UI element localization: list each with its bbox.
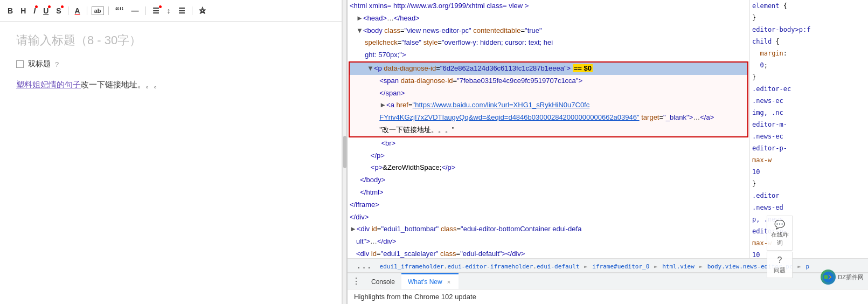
styles-rule: .editor-ec [752, 85, 866, 93]
dz-badge: DZ插件网 [821, 270, 864, 285]
editor-body: 请输入标题（8 - 30字） 双标题 ? 塑料姐妃情的句子改一下链接地址。。。 [0, 22, 342, 304]
subtitle-label: 双标题 [28, 59, 51, 69]
styles-rule: .news-ec [752, 97, 866, 105]
content-link[interactable]: 塑料姐妃情的句子 [16, 80, 81, 89]
toolbar-sep-1 [68, 6, 68, 15]
styles-rule: } [752, 180, 866, 188]
svg-point-1 [824, 275, 828, 279]
main-container: B H I U S A ab ““ — ☰ ↕ ☰ ⛤ 请输入标题（8 - 30… [0, 0, 868, 304]
styles-rule: max-w [752, 156, 866, 164]
list-button[interactable]: ☰ [176, 5, 188, 16]
dom-line: </iframe> [348, 199, 749, 211]
subtitle-checkbox[interactable] [16, 60, 24, 68]
help-icon: ? [769, 255, 790, 265]
dom-highlighted-block: ▼<p data-diagnose-id="6d2e862a124d36c611… [349, 61, 748, 137]
styles-rule: .editor [752, 192, 866, 199]
styles-rule: .news-ed [752, 204, 866, 211]
breadcrumb-menu[interactable]: ... [352, 258, 376, 273]
content-text: 改一下链接地址。。。 [81, 80, 162, 89]
italic-button[interactable]: I [31, 5, 38, 16]
editor-sidebar-float: 💬 在线咋询 ? 问题 [767, 216, 793, 278]
styles-rule: margin: [752, 50, 866, 57]
dom-line: ►<div id="edui1_bottombar" class="edui-e… [348, 223, 749, 236]
dom-line: <html xmlns= http://www.w3.org/1999/xhtm… [348, 0, 749, 12]
tab-whats-new-close[interactable]: × [446, 278, 452, 286]
dom-line: <div id="edui1_scalelayer" class="edui-d… [348, 248, 749, 258]
help-button[interactable]: ? 问题 [767, 252, 793, 278]
heading-button[interactable]: H [18, 5, 28, 16]
tab-console[interactable]: Console [365, 273, 401, 289]
title-placeholder[interactable]: 请输入标题（8 - 30字） [16, 32, 325, 49]
breadcrumb-p[interactable]: p [805, 263, 809, 270]
toolbar-sep-5 [192, 6, 192, 15]
dom-line: </p> [348, 150, 749, 162]
styles-rule: } [752, 14, 866, 22]
styles-rule: editor-body>p:f [752, 26, 866, 33]
online-consult-button[interactable]: 💬 在线咋询 [767, 216, 793, 251]
styles-rule: .news-ec [752, 133, 866, 140]
dom-line: spellcheck="false" style="overflow-y: hi… [348, 37, 749, 49]
toolbar-sep-2 [87, 6, 87, 15]
dom-line: </body> [348, 174, 749, 186]
breadcrumb-default[interactable]: edui-default [537, 263, 579, 270]
tab-console-label: Console [371, 278, 395, 286]
dom-line: </html> [348, 186, 749, 199]
font-color-button[interactable]: A [73, 5, 82, 16]
highlight-button[interactable]: ab [92, 6, 104, 15]
underline-button[interactable]: U [41, 5, 51, 16]
editor-panel: B H I U S A ab ““ — ☰ ↕ ☰ ⛤ 请输入标题（8 - 30… [0, 0, 342, 304]
styles-rule: element { [752, 2, 866, 10]
breadcrumb-html[interactable]: html.view [662, 263, 695, 270]
tab-menu-button[interactable]: ⋮ [348, 273, 365, 289]
styles-rule: 10 [752, 168, 866, 176]
dom-line: "改一下链接地址。。。" [350, 124, 747, 136]
dom-line: </div> [348, 211, 749, 224]
divider-button[interactable]: — [129, 5, 141, 16]
toolbar-sep-3 [108, 6, 109, 15]
dom-line: ▼<body class="view news-editor-pc" conte… [348, 25, 749, 37]
subtitle-help[interactable]: ? [55, 60, 59, 68]
dom-tree[interactable]: <html xmlns= http://www.w3.org/1999/xhtm… [348, 0, 749, 258]
breadcrumb-iframeholder-class[interactable]: edui-editor-iframeholder [447, 263, 533, 270]
dom-line: ►<head>…</head> [348, 12, 749, 25]
subtitle-row: 双标题 ? [16, 59, 325, 69]
tab-whats-new[interactable]: What's New × [401, 273, 459, 289]
scroll-thumb [343, 136, 346, 168]
chat-icon: 💬 [769, 219, 790, 230]
dom-line: </span> [350, 87, 747, 100]
dom-line: ght: 570px;"> [348, 49, 749, 61]
dom-line: <span data-diagnose-id="7febae0315fe4c9c… [350, 75, 747, 87]
console-text: Highlights from the Chrome 102 update [354, 293, 476, 301]
scroll-separator[interactable] [342, 0, 346, 304]
dom-line: ult">…</div> [348, 236, 749, 248]
styles-rule: editor-p- [752, 144, 866, 152]
breadcrumb-iframe[interactable]: iframe#ueditor_0 [592, 263, 649, 270]
dom-line: <br> [348, 137, 749, 150]
breadcrumb-iframeholder[interactable]: edui1_iframeholder [380, 263, 444, 270]
dz-circle-icon [821, 270, 836, 285]
styles-rule: } [752, 73, 866, 81]
styles-rule: img, .nc [752, 109, 866, 116]
tab-whats-new-label: What's New [408, 278, 442, 286]
bold-button[interactable]: B [5, 5, 15, 16]
eraser-button[interactable]: ⛤ [197, 5, 209, 16]
editor-toolbar: B H I U S A ab ““ — ☰ ↕ ☰ ⛤ [0, 0, 342, 22]
align-button[interactable]: ☰ [150, 5, 162, 16]
dom-line: <p>&ZeroWidthSpace;</p> [348, 162, 749, 174]
quote-button[interactable]: ““ [113, 5, 126, 17]
dom-line: FYriv4KGzjI7x2VDTIaugvQq&wd=&eqid=d4846b… [350, 112, 747, 124]
strikethrough-button[interactable]: S [54, 5, 63, 16]
dom-line-selected[interactable]: ▼<p data-diagnose-id="6d2e862a124d36c611… [350, 63, 747, 75]
console-bottom: Highlights from the Chrome 102 update [348, 289, 868, 304]
line-height-button[interactable]: ↕ [165, 5, 173, 16]
styles-rule: 0; [752, 61, 866, 69]
help-label: 问题 [774, 267, 786, 273]
dz-text: DZ插件网 [838, 273, 864, 281]
styles-rule: editor-m- [752, 121, 866, 128]
dom-line: ►<a href="https://www.baidu.com/link?url… [350, 99, 747, 112]
toolbar-sep-4 [145, 6, 146, 15]
styles-rule: child { [752, 38, 866, 45]
editor-content: 塑料姐妃情的句子改一下链接地址。。。 [16, 80, 325, 90]
online-consult-label: 在线咋询 [771, 231, 789, 246]
